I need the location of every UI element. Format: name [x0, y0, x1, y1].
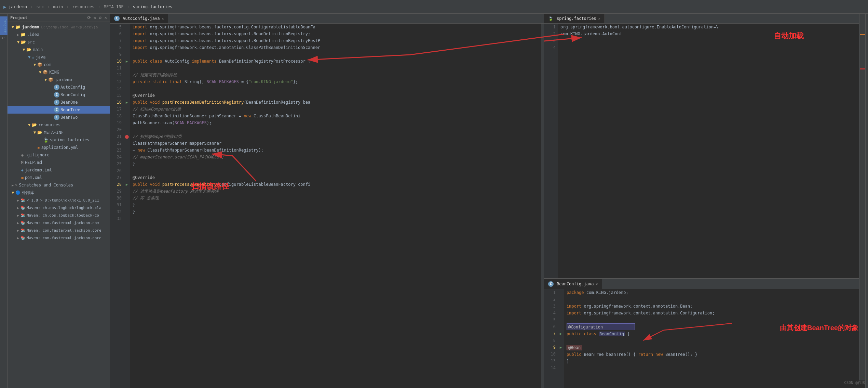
tree-item-beantwo[interactable]: C BeanTwo	[8, 114, 110, 121]
sync-icon[interactable]: ⟳	[87, 15, 91, 20]
tree-item-gitignore[interactable]: ◉ .gitignore	[8, 151, 110, 159]
ruler-marker-2	[860, 68, 865, 69]
left-line-numbers: 5 6 7 8 9 10 11 12 13 14 15 16 17 18	[110, 24, 124, 388]
tree-item-jardemo-pkg[interactable]: ▼ 📦 jardemo	[8, 76, 110, 83]
collapse-icon[interactable]: ⇅	[94, 15, 96, 20]
sep5: ›	[127, 4, 130, 9]
tree-item-jardemo-iml[interactable]: ◆ jardemo.iml	[8, 166, 110, 174]
tree-item-resources[interactable]: ▼ 📂 resources	[8, 121, 110, 129]
title-bar: ▶ jardemo › src › main › resources › MET…	[0, 0, 868, 14]
right-top-code-editor: 1 2 3 4 org.springframework.boot.autocon…	[544, 24, 865, 278]
main-layout: Project 1 Project ⟳ ⇅ ⚙ × ▼ 📁 jardemo D:…	[0, 14, 868, 388]
tree-item-idea[interactable]: ▶ 📁 .idea	[8, 31, 110, 38]
editor-split: C AutoConfig.java × 5 6 7 8 9 10 11	[110, 14, 865, 388]
right-top-line-numbers: 1 2 3 4	[544, 24, 558, 278]
right-bottom-gutter: ▶ ▶	[558, 289, 564, 388]
tree-item-beanone[interactable]: C BeanOne	[8, 99, 110, 106]
editor-right-top: 🍃 spring.factories × 1 2 3 4	[544, 14, 865, 279]
ruler-marker-1	[860, 34, 865, 35]
gear-icon[interactable]: ⚙	[99, 15, 101, 20]
tree-item-king[interactable]: ▼ 📦 KING	[8, 68, 110, 76]
breadcrumb-resources: resources	[72, 4, 95, 9]
tab-autoconfig-close[interactable]: ×	[162, 17, 164, 21]
breadcrumb-metainf: META-INF	[104, 4, 124, 9]
tree-item-java[interactable]: ▼ ☕ java	[8, 53, 110, 61]
sep1: ›	[30, 4, 33, 9]
vertical-tab-strip: Project 1	[0, 14, 8, 388]
tree-item-main[interactable]: ▼ 📂 main	[8, 46, 110, 53]
tree-item-pom-xml[interactable]: ▣ pom.xml	[8, 174, 110, 181]
right-bottom-code-content[interactable]: package com.KING.jardemo; import org.spr…	[564, 289, 865, 388]
left-scrollbar[interactable]	[541, 24, 544, 388]
breadcrumb-main: main	[53, 4, 63, 9]
tree-item-jardemo-root[interactable]: ▼ 📁 jardemo D:\temp\idea_workplace\ja	[8, 23, 110, 31]
editor-left: C AutoConfig.java × 5 6 7 8 9 10 11	[110, 14, 544, 388]
tab-autoconfig[interactable]: C AutoConfig.java ×	[110, 14, 168, 23]
tree-item-autoconfig[interactable]: C AutoConfig	[8, 83, 110, 91]
tab-spring-factories-icon: 🍃	[548, 16, 553, 21]
app-logo: ▶	[3, 4, 6, 10]
tree-item-metainf[interactable]: ▼ 📂 META-INF	[8, 129, 110, 136]
tree-item-jdk18[interactable]: ▶ 📚 < 1.8 > D:\temp\jdk\jdk1.8.0_211	[8, 196, 110, 204]
tree-item-application-yml[interactable]: ▣ application.yml	[8, 144, 110, 151]
tab-beanconfig-close[interactable]: ×	[596, 282, 598, 286]
vtab-1[interactable]: 1	[1, 35, 6, 41]
tree-item-maven-jackson2[interactable]: ▶ 📚 Maven: com.fasterxml.jackson.core	[8, 227, 110, 234]
tab-beanconfig[interactable]: C BeanConfig.java ×	[544, 279, 602, 289]
content-area: C AutoConfig.java × 5 6 7 8 9 10 11	[110, 14, 865, 388]
tab-beanconfig-icon: C	[548, 281, 554, 287]
tree-item-scratches[interactable]: ▶ ✎ Scratches and Consoles	[8, 181, 110, 189]
main-scrollbar[interactable]	[865, 14, 868, 388]
right-bottom-line-numbers: 1 2 3 4 5 6 7 8 9 10 13 14	[544, 289, 558, 388]
sidebar-title: Project	[10, 15, 84, 20]
tree-item-maven-logback1[interactable]: ▶ 📚 Maven: ch.qos.logback:logback-cla	[8, 204, 110, 211]
right-bottom-code-editor: 1 2 3 4 5 6 7 8 9 10 13 14	[544, 289, 865, 388]
editor-right-bottom: C BeanConfig.java × ⊟ 1 2 3 4	[544, 279, 865, 388]
tree-item-beantree[interactable]: C BeanTree	[8, 106, 110, 114]
tree-item-spring-factories[interactable]: 🍃 spring factories	[8, 136, 110, 144]
left-code-editor: 5 6 7 8 9 10 11 12 13 14 15 16 17 18	[110, 24, 544, 388]
tab-beanconfig-label: BeanConfig.java	[557, 282, 594, 286]
editor-right: 🍃 spring.factories × 1 2 3 4	[544, 14, 865, 388]
tab-autoconfig-label: AutoConfig.java	[123, 16, 160, 21]
tab-autoconfig-icon: C	[114, 16, 120, 21]
breadcrumb-spring: spring.factories	[133, 4, 173, 9]
tab-spring-factories-label: spring.factories	[557, 16, 596, 21]
sidebar: Project ⟳ ⇅ ⚙ × ▼ 📁 jardemo D:\temp\idea…	[8, 14, 110, 388]
sidebar-toolbar: Project ⟳ ⇅ ⚙ ×	[8, 14, 110, 22]
tab-spring-factories[interactable]: 🍃 spring.factories ×	[544, 14, 605, 23]
tree-item-maven-jackson1[interactable]: ▶ 📚 Maven: com.fasterxml.jackson.com	[8, 219, 110, 227]
breadcrumb-src: src	[36, 4, 44, 9]
left-tab-bar: C AutoConfig.java ×	[110, 14, 544, 24]
project-tree: ▼ 📁 jardemo D:\temp\idea_workplace\ja ▶ …	[8, 22, 110, 388]
watermark: CSDN @作者	[844, 380, 865, 385]
tree-item-maven-jackson3[interactable]: ▶ 📚 Maven: com.fasterxml.jackson.core	[8, 234, 110, 242]
tree-item-src[interactable]: ▼ 📂 src	[8, 38, 110, 46]
right-overview-ruler	[859, 14, 865, 380]
right-top-code-content[interactable]: org.springframework.boot.autoconfigure.E…	[558, 24, 865, 278]
vtab-project[interactable]: Project	[0, 16, 8, 35]
tree-item-beanconfig[interactable]: C BeanConfig	[8, 91, 110, 99]
left-code-content[interactable]: import org.springframework.beans.factory…	[130, 24, 541, 388]
right-bottom-tab-bar: C BeanConfig.java × ⊟	[544, 279, 865, 289]
tab-spring-factories-close[interactable]: ×	[598, 17, 600, 21]
left-gutter: ▶ ▶ ⬤	[124, 24, 130, 388]
sep4: ›	[98, 4, 100, 9]
title-project: jardemo	[8, 4, 27, 9]
tree-item-com[interactable]: ▼ 📦 com	[8, 61, 110, 68]
tree-item-external[interactable]: ▼ 🔵 外部库	[8, 189, 110, 196]
tree-item-maven-logback2[interactable]: ▶ 📚 Maven: ch.qos.logback:logback-co	[8, 211, 110, 219]
sep2: ›	[47, 4, 50, 9]
close-icon[interactable]: ×	[104, 15, 107, 20]
right-top-tab-bar: 🍃 spring.factories ×	[544, 14, 865, 24]
tree-item-help-md[interactable]: M HELP.md	[8, 159, 110, 166]
sep3: ›	[66, 4, 69, 9]
